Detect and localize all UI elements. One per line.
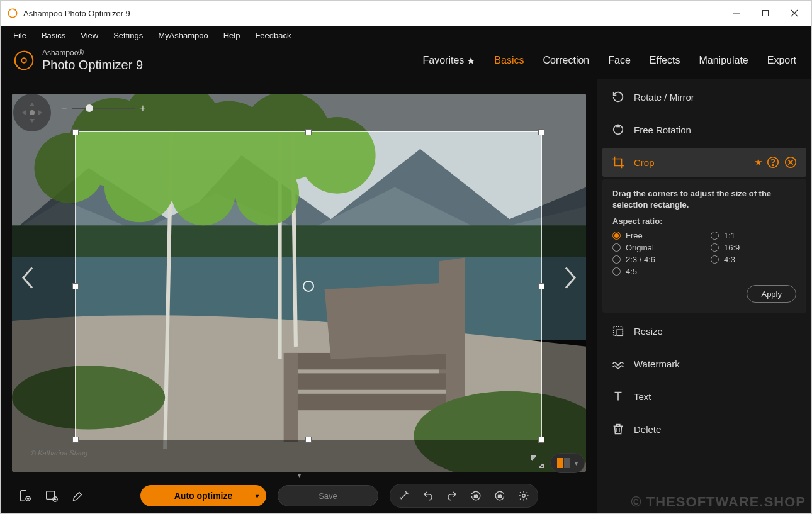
zoom-thumb[interactable] — [86, 104, 93, 112]
fit-to-screen-icon[interactable] — [530, 454, 545, 472]
tab-correction[interactable]: Correction — [543, 55, 589, 67]
svg-marker-34 — [30, 103, 35, 106]
crop-handle-sw[interactable] — [72, 437, 79, 443]
rotate-cw-icon[interactable]: 90 — [490, 486, 510, 506]
svg-point-33 — [30, 110, 35, 115]
ratio-original[interactable]: Original — [612, 243, 698, 252]
side-crop[interactable]: Crop ★ — [602, 148, 806, 177]
crop-handle-se[interactable] — [538, 437, 544, 443]
crop-handle-ne[interactable] — [538, 129, 544, 135]
add-image-icon[interactable] — [16, 486, 35, 505]
brand-line1: Ashampoo® — [42, 49, 143, 57]
side-delete[interactable]: Delete — [602, 415, 806, 444]
expand-filmstrip-icon[interactable]: ▾ — [298, 472, 301, 479]
add-folder-icon[interactable] — [42, 486, 61, 505]
svg-rect-39 — [564, 458, 570, 468]
ratio-2-3[interactable]: 2:3 / 4:6 — [612, 255, 698, 264]
ratio-16-9[interactable]: 16:9 — [711, 243, 796, 252]
tab-basics[interactable]: Basics — [494, 55, 524, 67]
crop-handle-nw[interactable] — [72, 129, 79, 135]
brand-block: Ashampoo® Photo Optimizer 9 — [12, 48, 143, 72]
tab-manipulate[interactable]: Manipulate — [699, 55, 748, 67]
menu-help[interactable]: Help — [217, 28, 247, 43]
svg-rect-2 — [763, 11, 769, 16]
crop-options-panel: Drag the corners to adjust the size of t… — [602, 179, 806, 313]
ratio-4-3[interactable]: 4:3 — [711, 255, 796, 264]
svg-text:90: 90 — [474, 494, 478, 498]
ratio-4-5[interactable]: 4:5 — [612, 267, 698, 276]
aspect-ratio-label: Aspect ratio: — [612, 216, 796, 226]
star-icon: ★ — [466, 55, 475, 67]
window-close-button[interactable] — [780, 3, 809, 23]
prev-image-button[interactable] — [14, 259, 41, 301]
svg-marker-35 — [30, 119, 35, 123]
menu-myashampoo[interactable]: MyAshampoo — [152, 28, 214, 43]
compare-icon — [557, 458, 570, 468]
crop-handle-w[interactable] — [72, 283, 79, 289]
ratio-1-1[interactable]: 1:1 — [711, 231, 796, 240]
zoom-in-icon[interactable]: + — [140, 103, 145, 114]
canvas[interactable]: © Katharina Stang — [6, 81, 592, 478]
side-free-rotation[interactable]: Free Rotation — [602, 115, 806, 144]
trash-icon — [611, 422, 625, 436]
side-resize[interactable]: Resize — [602, 316, 806, 345]
save-button[interactable]: Save — [278, 485, 378, 506]
svg-text:90: 90 — [498, 494, 502, 498]
brand-logo-icon — [12, 48, 36, 72]
menu-view[interactable]: View — [74, 28, 104, 43]
svg-point-52 — [772, 165, 773, 165]
zoom-slider[interactable]: − + — [61, 103, 146, 114]
svg-point-49 — [522, 494, 526, 498]
side-watermark[interactable]: Watermark — [602, 349, 806, 378]
ratio-free[interactable]: Free — [612, 231, 698, 240]
crop-handle-e[interactable] — [538, 283, 544, 289]
crop-handle-n[interactable] — [305, 129, 312, 135]
zoom-track[interactable] — [72, 108, 135, 109]
side-text[interactable]: Text — [602, 382, 806, 411]
window-minimize-button[interactable] — [722, 3, 751, 23]
tab-effects[interactable]: Effects — [650, 55, 680, 67]
chevron-down-icon: ▾ — [256, 493, 259, 500]
apply-button[interactable]: Apply — [747, 285, 796, 303]
free-rotation-icon — [611, 123, 625, 137]
favorite-star-icon[interactable]: ★ — [754, 157, 762, 168]
help-icon[interactable] — [766, 155, 780, 169]
side-rotate-mirror[interactable]: Rotate / Mirror — [602, 82, 806, 111]
redo-icon[interactable] — [442, 486, 462, 506]
window-maximize-button[interactable] — [751, 3, 780, 23]
crop-description: Drag the corners to adjust the size of t… — [612, 188, 796, 210]
svg-point-6 — [21, 58, 26, 63]
rotate-ccw-icon[interactable]: 90 — [466, 486, 486, 506]
magic-wand-icon[interactable] — [394, 486, 414, 506]
side-panel: Rotate / Mirror Free Rotation Crop ★ — [597, 79, 811, 513]
watermark-icon — [611, 357, 625, 371]
next-image-button[interactable] — [557, 259, 584, 301]
menu-basics[interactable]: Basics — [35, 28, 72, 43]
crop-center-icon[interactable] — [303, 281, 314, 292]
auto-optimize-button[interactable]: Auto optimize▾ — [140, 485, 266, 506]
menubar: File Basics View Settings MyAshampoo Hel… — [1, 26, 811, 45]
gear-icon[interactable] — [514, 486, 534, 506]
zoom-out-icon[interactable]: − — [61, 103, 67, 114]
svg-rect-38 — [557, 458, 563, 468]
crop-rectangle[interactable] — [75, 131, 542, 440]
undo-icon[interactable] — [418, 486, 438, 506]
tab-export[interactable]: Export — [767, 55, 796, 67]
menu-feedback[interactable]: Feedback — [249, 28, 297, 43]
pan-joystick[interactable] — [13, 94, 51, 131]
tab-favorites[interactable]: Favorites★ — [423, 55, 476, 67]
text-icon — [611, 389, 625, 403]
app-icon — [7, 8, 18, 19]
crop-dim-bottom — [12, 440, 586, 472]
compare-view-toggle[interactable]: ▾ — [550, 453, 585, 473]
tab-face[interactable]: Face — [608, 55, 631, 67]
brush-icon[interactable] — [69, 486, 87, 505]
bottom-bar: ▾ Auto optimize▾ Save 90 — [6, 478, 592, 513]
menu-settings[interactable]: Settings — [107, 28, 149, 43]
rotate-mirror-icon — [611, 90, 625, 104]
svg-marker-36 — [22, 110, 26, 115]
crop-handle-s[interactable] — [305, 437, 312, 443]
window-titlebar: Ashampoo Photo Optimizer 9 — [1, 1, 811, 26]
close-icon[interactable] — [784, 155, 798, 169]
menu-file[interactable]: File — [7, 28, 33, 43]
